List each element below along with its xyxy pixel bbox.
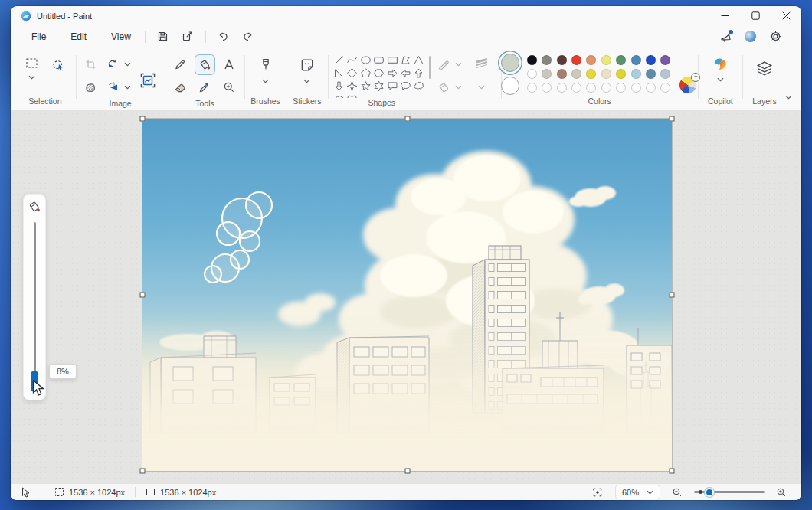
color-swatch-1-0[interactable] <box>527 69 537 79</box>
color-swatch-empty-2[interactable] <box>557 83 567 93</box>
color-swatch-1-9[interactable] <box>660 69 670 79</box>
line-size-button[interactable] <box>469 53 495 76</box>
shape-fill-button[interactable] <box>434 77 454 98</box>
color-swatch-1-3[interactable] <box>571 69 581 79</box>
selection-handle[interactable] <box>140 116 146 122</box>
save-button[interactable] <box>152 28 174 46</box>
color-swatch-empty-1[interactable] <box>542 83 552 93</box>
color-swatch-0-6[interactable] <box>616 55 626 65</box>
free-select-button[interactable] <box>48 54 69 75</box>
shape-hexagon[interactable] <box>372 67 385 80</box>
canvas-artwork[interactable] <box>142 119 672 471</box>
fill-chevron[interactable] <box>454 84 463 90</box>
feedback-button[interactable] <box>715 28 736 46</box>
shape-line[interactable] <box>332 54 345 67</box>
shape-oval[interactable] <box>359 54 372 67</box>
zoom-slider[interactable] <box>694 487 765 498</box>
fit-to-screen-button[interactable] <box>589 485 606 499</box>
copilot-chevron[interactable] <box>716 77 725 83</box>
shape-speech-bubble[interactable] <box>385 80 398 93</box>
outline-chevron[interactable] <box>454 61 463 67</box>
brushes-chevron[interactable] <box>261 78 270 84</box>
rectangle-select-button[interactable] <box>21 53 42 74</box>
edit-colors-button[interactable]: + <box>679 76 698 94</box>
account-avatar[interactable] <box>745 31 756 42</box>
menu-file[interactable]: File <box>23 29 54 44</box>
menu-view[interactable]: View <box>103 29 139 44</box>
ribbon-collapse-button[interactable] <box>782 87 795 105</box>
selection-handle[interactable] <box>140 293 146 298</box>
rotate-button[interactable] <box>103 54 123 75</box>
selection-handle[interactable] <box>404 116 410 122</box>
color-swatch-empty-7[interactable] <box>631 83 641 93</box>
shape-triangle[interactable] <box>412 54 425 67</box>
selection-handle[interactable] <box>670 469 675 474</box>
shape-thought-bubble[interactable] <box>412 80 425 93</box>
color-picker-button[interactable] <box>195 77 215 98</box>
shape-polygon[interactable] <box>399 54 412 67</box>
minimize-button[interactable] <box>709 6 740 25</box>
shape-arrow-left[interactable] <box>399 67 412 80</box>
color-swatch-empty-6[interactable] <box>616 83 626 93</box>
text-tool-button[interactable] <box>219 54 240 75</box>
fill-tolerance-track[interactable] <box>34 222 36 384</box>
shape-diamond[interactable] <box>345 67 359 80</box>
selection-handle[interactable] <box>140 469 146 474</box>
color-swatch-0-3[interactable] <box>571 55 581 65</box>
color-swatch-1-2[interactable] <box>557 69 567 79</box>
redo-button[interactable] <box>237 28 259 46</box>
selection-handle[interactable] <box>404 469 410 474</box>
color-swatch-0-4[interactable] <box>586 55 596 65</box>
shape-arrow-up[interactable] <box>412 67 425 80</box>
undo-button[interactable] <box>213 28 234 46</box>
share-button[interactable] <box>177 28 198 46</box>
color-swatch-empty-4[interactable] <box>586 83 596 93</box>
pencil-button[interactable] <box>170 54 191 75</box>
copilot-button[interactable] <box>707 53 733 76</box>
shape-pentagon[interactable] <box>359 67 372 80</box>
zoom-out-button[interactable] <box>670 485 685 499</box>
color-swatch-1-5[interactable] <box>601 69 611 79</box>
shape-star-four[interactable] <box>345 80 359 93</box>
color-swatch-0-7[interactable] <box>631 55 641 65</box>
zoom-in-button[interactable] <box>774 485 789 499</box>
image-resize-button[interactable] <box>135 67 161 93</box>
zoom-level-dropdown[interactable]: 60% <box>615 485 660 499</box>
color2-background[interactable] <box>501 77 519 95</box>
shape-rectangle[interactable] <box>385 54 398 67</box>
eraser-button[interactable] <box>170 77 191 98</box>
selection-options-chevron[interactable] <box>28 74 36 80</box>
color-swatch-empty-8[interactable] <box>646 83 656 93</box>
color-swatch-empty-9[interactable] <box>660 83 670 93</box>
magnifier-tool-button[interactable] <box>219 77 240 98</box>
background-removal-button[interactable] <box>80 77 101 98</box>
color-swatch-0-8[interactable] <box>646 55 656 65</box>
color-swatch-1-1[interactable] <box>542 69 552 79</box>
close-button[interactable] <box>771 6 801 25</box>
selection-handle[interactable] <box>670 116 675 122</box>
brushes-button[interactable] <box>254 53 278 77</box>
color-swatch-empty-5[interactable] <box>601 83 611 93</box>
shape-curve[interactable] <box>345 54 359 67</box>
color-swatch-1-6[interactable] <box>616 69 626 79</box>
shape-rounded-rectangle[interactable] <box>372 54 385 67</box>
shape-star-six[interactable] <box>372 80 385 93</box>
shape-cloud[interactable] <box>332 93 345 98</box>
color-swatch-0-0[interactable] <box>527 55 537 65</box>
color-swatch-0-9[interactable] <box>660 55 670 65</box>
zoom-slider-thumb[interactable] <box>705 488 714 497</box>
crop-button[interactable] <box>80 54 101 75</box>
color1-foreground[interactable] <box>501 54 519 72</box>
color-swatch-0-1[interactable] <box>542 55 552 65</box>
color-swatch-1-7[interactable] <box>631 69 641 79</box>
flip-button[interactable] <box>103 77 123 98</box>
color-swatch-1-4[interactable] <box>586 69 596 79</box>
stickers-button[interactable] <box>295 53 319 77</box>
shape-arrow-right[interactable] <box>385 67 398 80</box>
fill-tool-button[interactable] <box>195 54 215 75</box>
shape-arrow-down[interactable] <box>332 80 345 93</box>
size-chevron[interactable] <box>477 84 486 90</box>
color-swatch-0-5[interactable] <box>601 55 611 65</box>
color-swatch-0-2[interactable] <box>557 55 567 65</box>
menu-edit[interactable]: Edit <box>62 29 95 44</box>
